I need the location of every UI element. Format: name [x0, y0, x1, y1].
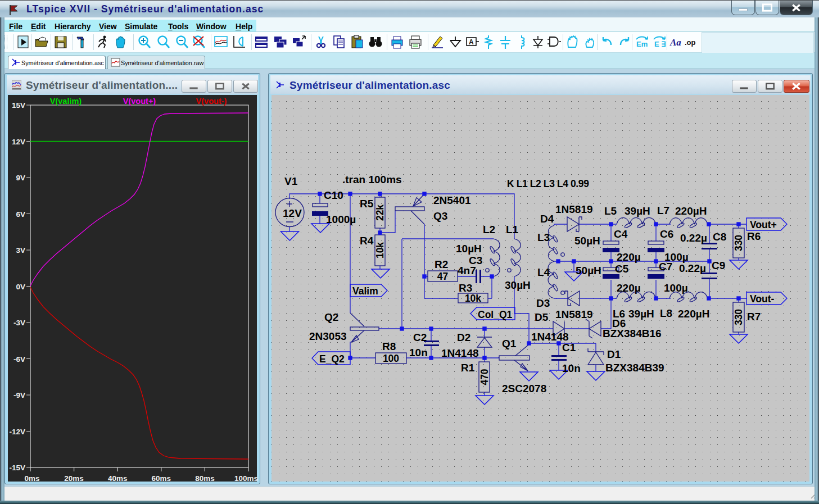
- svg-text:1000µ: 1000µ: [326, 214, 356, 225]
- svg-text:2N5401: 2N5401: [433, 194, 471, 206]
- svg-text:15V: 15V: [12, 101, 25, 110]
- svg-text:80ms: 80ms: [195, 474, 215, 483]
- svg-text:E ∃: E ∃: [654, 40, 666, 48]
- svg-text:C8: C8: [713, 231, 726, 243]
- svg-text:1N5819: 1N5819: [555, 203, 593, 215]
- svg-text:A: A: [469, 38, 474, 46]
- svg-text:C4: C4: [614, 228, 628, 240]
- svg-text:10k: 10k: [465, 293, 481, 304]
- svg-text:R1: R1: [461, 362, 475, 374]
- svg-text:Vout-: Vout-: [750, 293, 775, 305]
- svg-text:Q1: Q1: [502, 338, 517, 349]
- svg-text:C5: C5: [615, 263, 629, 275]
- svg-text:50µH: 50µH: [576, 265, 601, 276]
- svg-text:E_Q2: E_Q2: [319, 353, 345, 365]
- svg-text:330: 330: [733, 235, 744, 251]
- svg-text:220µ: 220µ: [617, 282, 641, 294]
- svg-text:1N5819: 1N5819: [555, 308, 593, 320]
- svg-text:.op: .op: [685, 38, 696, 47]
- svg-text:L1: L1: [506, 224, 519, 235]
- svg-text:0.22µ: 0.22µ: [680, 232, 707, 244]
- svg-text:220µ: 220µ: [617, 251, 641, 263]
- svg-text:9V: 9V: [16, 174, 25, 182]
- svg-text:D4: D4: [540, 213, 554, 225]
- svg-text:R2: R2: [435, 258, 448, 270]
- svg-text:C1: C1: [562, 342, 576, 353]
- svg-text:L8: L8: [660, 307, 672, 319]
- svg-text:3V: 3V: [16, 246, 25, 255]
- svg-text:60ms: 60ms: [152, 474, 171, 483]
- svg-text:L2: L2: [483, 224, 495, 235]
- svg-text:.tran 100ms: .tran 100ms: [342, 174, 402, 185]
- svg-text:L7: L7: [657, 205, 669, 216]
- svg-text:Aa: Aa: [669, 37, 681, 48]
- svg-text:12V: 12V: [283, 207, 302, 219]
- svg-text:20ms: 20ms: [64, 474, 84, 483]
- svg-text:1N4148: 1N4148: [441, 347, 479, 359]
- svg-text:39µH: 39µH: [625, 205, 650, 217]
- svg-text:V1: V1: [284, 175, 298, 187]
- svg-text:12V: 12V: [12, 138, 25, 146]
- svg-text:V(vout+): V(vout+): [123, 97, 156, 106]
- svg-text:1N4148: 1N4148: [531, 331, 569, 343]
- svg-text:2N3053: 2N3053: [309, 330, 347, 342]
- svg-text:K L1 L2 L3 L4 0.99: K L1 L2 L3 L4 0.99: [507, 178, 589, 189]
- svg-text:50µH: 50µH: [574, 235, 600, 247]
- svg-text:C2: C2: [413, 332, 427, 343]
- svg-text:D1: D1: [607, 348, 621, 360]
- svg-text:Em: Em: [636, 40, 648, 48]
- svg-text:100ms: 100ms: [234, 474, 258, 483]
- svg-text:220µH: 220µH: [678, 308, 709, 320]
- svg-text:R7: R7: [747, 311, 761, 323]
- svg-text:R4: R4: [360, 235, 374, 247]
- svg-text:-12V: -12V: [9, 428, 25, 436]
- svg-text:C6: C6: [660, 228, 673, 240]
- svg-text:0ms: 0ms: [24, 474, 39, 483]
- svg-text:470: 470: [479, 369, 490, 385]
- svg-text:330: 330: [733, 309, 744, 325]
- svg-text:-6V: -6V: [13, 355, 25, 364]
- svg-text:L6: L6: [613, 308, 625, 320]
- svg-text:BZX384B39: BZX384B39: [605, 362, 664, 374]
- svg-text:Valim: Valim: [352, 285, 378, 297]
- svg-text:R5: R5: [360, 198, 374, 210]
- svg-text:V(valim): V(valim): [50, 97, 82, 106]
- svg-text:6V: 6V: [16, 210, 25, 219]
- svg-text:C7: C7: [659, 261, 672, 273]
- svg-text:C9: C9: [712, 260, 725, 271]
- svg-text:D5: D5: [535, 311, 549, 323]
- svg-text:R6: R6: [747, 230, 761, 242]
- svg-text:100: 100: [383, 353, 399, 364]
- svg-text:10n: 10n: [409, 347, 428, 358]
- svg-text:0.22µ: 0.22µ: [679, 262, 706, 274]
- svg-text:4n7: 4n7: [458, 265, 476, 276]
- svg-text:D2: D2: [457, 332, 470, 343]
- svg-text:-3V: -3V: [13, 319, 25, 327]
- svg-text:10µH: 10µH: [456, 243, 482, 255]
- svg-text:0V: 0V: [16, 283, 25, 291]
- svg-text:40ms: 40ms: [108, 474, 128, 483]
- svg-text:C10: C10: [324, 189, 343, 201]
- svg-text:10n: 10n: [562, 362, 581, 374]
- svg-text:Vout+: Vout+: [750, 219, 777, 230]
- svg-text:L4: L4: [537, 266, 550, 278]
- svg-text:R8: R8: [382, 340, 396, 352]
- svg-text:D3: D3: [536, 297, 550, 309]
- svg-text:Q3: Q3: [433, 210, 447, 222]
- svg-text:2SC2078: 2SC2078: [502, 383, 546, 394]
- svg-text:Col_Q1: Col_Q1: [478, 309, 513, 320]
- svg-text:22k: 22k: [374, 205, 386, 221]
- svg-text:Q2: Q2: [324, 311, 338, 323]
- svg-text:L5: L5: [604, 205, 617, 217]
- svg-text:100µ: 100µ: [664, 282, 688, 294]
- svg-text:47: 47: [437, 271, 448, 282]
- svg-text:39µH: 39µH: [628, 308, 654, 320]
- svg-text:220µH: 220µH: [675, 205, 707, 217]
- svg-text:-15V: -15V: [9, 464, 25, 472]
- svg-text:R3: R3: [459, 282, 472, 294]
- svg-text:BZX384B16: BZX384B16: [603, 328, 662, 339]
- svg-text:V(vout-): V(vout-): [196, 97, 227, 106]
- svg-text:30µH: 30µH: [505, 279, 531, 291]
- svg-text:10k: 10k: [374, 242, 386, 258]
- svg-text:-9V: -9V: [13, 391, 25, 399]
